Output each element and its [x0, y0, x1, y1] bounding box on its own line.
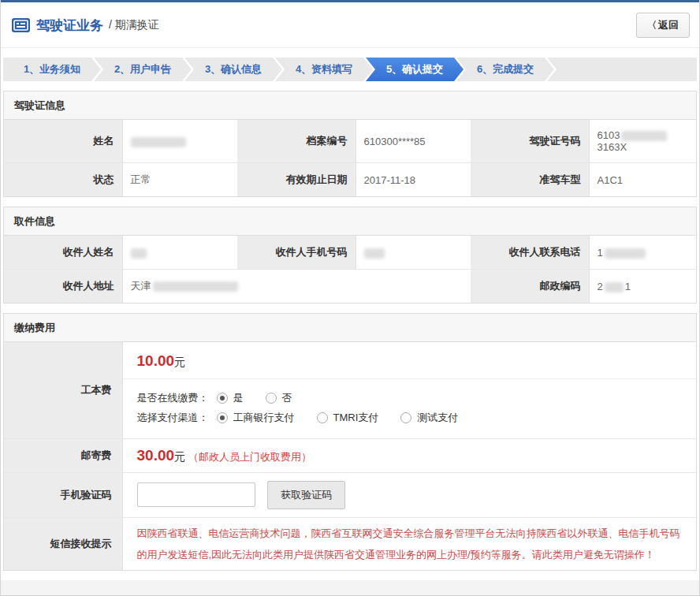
radio-unchecked-icon[interactable] [400, 412, 411, 423]
footer-bar: 上一步 完成 [1, 580, 699, 596]
step-indicator: 1、业务须知 2、用户申告 3、确认信息 4、资料填写 5、确认提交 6、完成提… [3, 58, 697, 81]
sms-code-input[interactable] [137, 482, 255, 507]
status-label: 状态 [4, 163, 122, 197]
pay-channel-question: 选择支付渠道： 工商银行支付 TMRI支付 测试支付 [137, 411, 683, 425]
channel-tmri-option[interactable]: TMRI支付 [317, 411, 379, 425]
pickup-info-title: 取件信息 [4, 207, 696, 236]
step-3-confirm-info[interactable]: 3、确认信息 [184, 58, 282, 81]
fees-table: 工本费 10.00元 是否在线缴费： 是 否 选择支付渠道： 工商银行支付 [4, 342, 696, 570]
step-1-notice[interactable]: 1、业务须知 [3, 58, 101, 81]
page-header: 驾驶证业务 / 期满换证 〈返回 [1, 2, 699, 48]
recipient-phone-value: 1 [589, 236, 696, 270]
sms-code-row: 手机验证码 获取验证码 [4, 473, 696, 518]
expiry-value: 2017-11-18 [356, 163, 471, 197]
address-label: 收件人地址 [4, 270, 122, 304]
postage-fee-value: 30.00元（邮政人员上门收取费用） [122, 439, 696, 473]
license-card-icon [12, 18, 30, 32]
online-pay-question: 是否在线缴费： 是 否 [137, 391, 683, 405]
license-info-section: 驾驶证信息 姓名 档案编号 610300****85 驾驶证号码 6103316… [3, 91, 697, 197]
production-fee-label: 工本费 [4, 342, 122, 439]
archive-no-label: 档案编号 [237, 120, 356, 163]
page-title: 驾驶证业务 [36, 17, 103, 35]
channel-icbc-option[interactable]: 工商银行支付 [217, 411, 295, 425]
table-row: 状态 正常 有效期止日期 2017-11-18 准驾车型 A1C1 [4, 163, 696, 197]
table-row: 姓名 档案编号 610300****85 驾驶证号码 61033163X [4, 120, 696, 163]
step-4-fill-data[interactable]: 4、资料填写 [275, 58, 373, 81]
status-value: 正常 [122, 163, 237, 197]
redacted-address [153, 281, 238, 292]
name-value [122, 120, 237, 163]
online-pay-question-label: 是否在线缴费： [137, 391, 209, 405]
redacted-postcode [605, 282, 624, 292]
production-fee-amount-row: 10.00元 [123, 342, 697, 379]
breadcrumb-current: 期满换证 [115, 18, 159, 31]
radio-unchecked-icon[interactable] [266, 393, 277, 404]
license-no-label: 驾驶证号码 [471, 120, 589, 163]
payment-options: 是否在线缴费： 是 否 选择支付渠道： 工商银行支付 TMRI支付 测试支付 [123, 379, 697, 438]
online-pay-yes-option[interactable]: 是 [217, 391, 244, 405]
channel-test-option[interactable]: 测试支付 [400, 411, 458, 425]
recipient-name-value [122, 236, 237, 270]
sms-notice-text: 因陕西省联通、电信运营商技术问题，陕西省互联网交通安全综合服务管理平台无法向持陕… [123, 518, 697, 570]
postcode-label: 邮政编码 [471, 270, 589, 304]
license-info-table: 姓名 档案编号 610300****85 驾驶证号码 61033163X 状态 … [4, 120, 696, 196]
expiry-label: 有效期止日期 [237, 163, 356, 197]
radio-checked-icon[interactable] [217, 412, 228, 423]
production-fee-unit: 元 [174, 356, 185, 368]
vehicle-class-label: 准驾车型 [471, 163, 589, 197]
recipient-mobile-value [356, 236, 471, 270]
step-6-finish[interactable]: 6、完成提交 [456, 58, 554, 81]
redacted-recipient-name [131, 248, 147, 259]
sms-notice-row: 短信接收提示 因陕西省联通、电信运营商技术问题，陕西省互联网交通安全综合服务管理… [4, 518, 696, 571]
breadcrumb: / 期满换证 [109, 18, 159, 32]
postage-fee-unit: 元 [174, 450, 185, 463]
production-fee-amount: 10.00 [137, 352, 175, 369]
postage-fee-row: 邮寄费 30.00元（邮政人员上门收取费用） [4, 439, 696, 473]
step-5-confirm-submit[interactable]: 5、确认提交 [366, 58, 464, 81]
pickup-info-table: 收件人姓名 收件人手机号码 收件人联系电话 1 收件人地址 天津 邮政编码 21 [4, 236, 696, 303]
recipient-name-label: 收件人姓名 [4, 236, 122, 270]
postage-fee-note: （邮政人员上门收取费用） [188, 451, 311, 463]
fees-title: 缴纳费用 [4, 314, 696, 342]
table-row: 收件人地址 天津 邮政编码 21 [4, 270, 696, 304]
step-2-declaration[interactable]: 2、用户申告 [94, 58, 192, 81]
pay-channel-question-label: 选择支付渠道： [137, 411, 209, 425]
redacted-recipient-mobile [364, 248, 385, 259]
page-container: 驾驶证业务 / 期满换证 〈返回 1、业务须知 2、用户申告 3、确认信息 4、… [0, 0, 700, 596]
vehicle-class-value: A1C1 [589, 163, 696, 197]
postage-fee-label: 邮寄费 [4, 439, 122, 473]
fees-section: 缴纳费用 工本费 10.00元 是否在线缴费： 是 否 [3, 313, 697, 571]
redacted-license-no [621, 131, 667, 141]
online-pay-no-option[interactable]: 否 [266, 391, 292, 405]
pickup-info-section: 取件信息 收件人姓名 收件人手机号码 收件人联系电话 1 收件人地址 天津 邮政… [3, 207, 697, 304]
get-code-button[interactable]: 获取验证码 [267, 481, 345, 509]
radio-checked-icon[interactable] [217, 393, 228, 404]
sms-notice-label: 短信接收提示 [4, 518, 122, 571]
redacted-name [131, 137, 186, 147]
recipient-phone-label: 收件人联系电话 [471, 236, 589, 270]
back-button[interactable]: 〈返回 [636, 13, 690, 38]
postcode-value: 21 [589, 270, 696, 304]
table-row: 收件人姓名 收件人手机号码 收件人联系电话 1 [4, 236, 696, 270]
breadcrumb-separator: / [109, 18, 112, 31]
archive-no-value: 610300****85 [356, 120, 471, 163]
redacted-recipient-phone [605, 248, 646, 259]
address-value: 天津 [122, 270, 471, 304]
name-label: 姓名 [4, 120, 122, 163]
radio-unchecked-icon[interactable] [317, 412, 328, 423]
step-bar-filler [547, 58, 697, 81]
production-fee-row: 工本费 10.00元 是否在线缴费： 是 否 选择支付渠道： 工商银行支付 [4, 342, 696, 439]
recipient-mobile-label: 收件人手机号码 [237, 236, 356, 270]
license-info-title: 驾驶证信息 [4, 91, 696, 120]
license-no-value: 61033163X [589, 120, 696, 163]
postage-fee-amount: 30.00 [137, 447, 175, 464]
sms-code-label: 手机验证码 [4, 473, 122, 518]
chevron-left-icon: 〈 [647, 20, 657, 31]
